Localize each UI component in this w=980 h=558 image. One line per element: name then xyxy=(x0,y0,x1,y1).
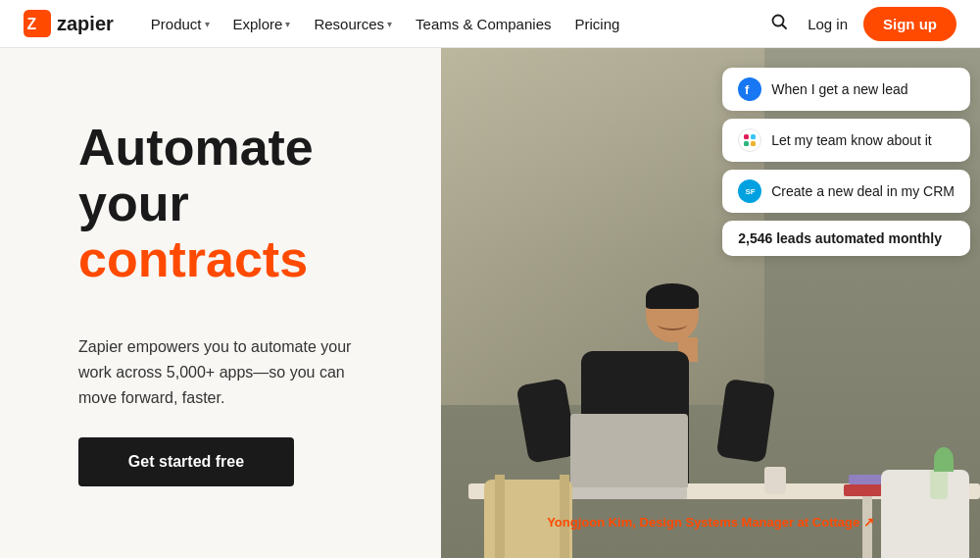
nav-pricing[interactable]: Pricing xyxy=(564,10,629,38)
caption-link[interactable]: ↗ xyxy=(863,515,874,530)
facebook-icon: f xyxy=(738,77,761,101)
float-card-3: SF Create a new deal in my CRM xyxy=(722,170,970,213)
main-content: Automate your contracts Zapier empowers … xyxy=(0,48,980,558)
search-icon xyxy=(770,13,788,30)
floating-cards: f When I get a new lead Let my team know… xyxy=(722,68,970,256)
float-card-1: f When I get a new lead xyxy=(722,68,970,111)
plant-leaves xyxy=(934,447,954,472)
laptop-screen xyxy=(570,414,688,487)
cta-button[interactable]: Get started free xyxy=(78,437,294,486)
nav-teams[interactable]: Teams & Companies xyxy=(406,10,561,38)
login-link[interactable]: Log in xyxy=(808,16,848,32)
slack-icon xyxy=(738,128,761,152)
svg-line-3 xyxy=(783,25,787,29)
coffee-cup xyxy=(764,467,786,494)
person-head xyxy=(646,283,699,342)
float-card-2: Let my team know about it xyxy=(722,119,970,162)
hero-right: f When I get a new lead Let my team know… xyxy=(441,48,980,558)
logo-text: zapier xyxy=(57,13,114,35)
chevron-down-icon: ▾ xyxy=(205,19,210,29)
svg-rect-8 xyxy=(751,141,756,146)
search-button[interactable] xyxy=(766,9,792,38)
nav-explore[interactable]: Explore ▾ xyxy=(223,10,301,38)
photo-caption-bar: Yongjoon Kim, Design Systems Manager at … xyxy=(441,505,980,542)
svg-text:Z: Z xyxy=(27,16,37,32)
svg-point-2 xyxy=(773,16,784,26)
book-2 xyxy=(849,475,883,484)
svg-rect-7 xyxy=(744,141,749,146)
book-1 xyxy=(844,484,883,496)
svg-rect-6 xyxy=(751,134,756,139)
nav-right-actions: Log in Sign up xyxy=(766,7,956,41)
logo-link[interactable]: Z zapier xyxy=(24,10,114,37)
chevron-down-icon: ▾ xyxy=(387,19,392,29)
nav-product[interactable]: Product ▾ xyxy=(141,10,220,38)
nav-resources[interactable]: Resources ▾ xyxy=(304,10,402,38)
vase xyxy=(930,470,948,499)
hero-highlight: contracts xyxy=(78,231,382,287)
hero-heading: Automate your contracts xyxy=(78,120,382,288)
salesforce-icon: SF xyxy=(738,179,761,203)
person-hair xyxy=(646,283,699,309)
svg-rect-5 xyxy=(744,134,749,139)
laptop-base xyxy=(560,487,687,499)
navbar: Z zapier Product ▾ Explore ▾ Resources ▾… xyxy=(0,0,980,48)
svg-text:f: f xyxy=(745,82,750,96)
signup-button[interactable]: Sign up xyxy=(863,7,956,41)
hero-left: Automate your contracts Zapier empowers … xyxy=(0,48,441,558)
person-smile xyxy=(658,319,687,330)
chevron-down-icon: ▾ xyxy=(285,19,290,29)
zapier-logo-icon: Z xyxy=(24,10,51,37)
nav-links: Product ▾ Explore ▾ Resources ▾ Teams & … xyxy=(141,10,766,38)
svg-text:SF: SF xyxy=(746,187,756,196)
hero-description: Zapier empowers you to automate your wor… xyxy=(78,334,372,410)
photo-caption: Yongjoon Kim, Design Systems Manager at … xyxy=(547,515,874,530)
stats-card: 2,546 leads automated monthly xyxy=(722,221,970,256)
